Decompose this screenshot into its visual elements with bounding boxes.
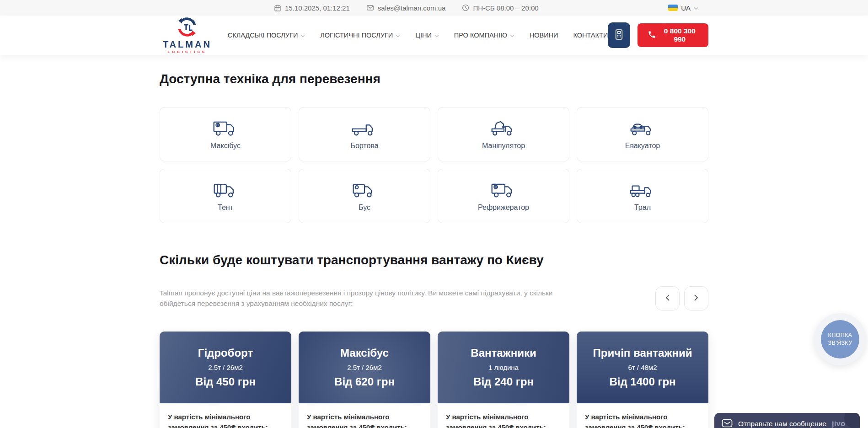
pricing-card-subtitle: 2.5т / 26м2 — [347, 364, 382, 371]
topbar-datetime: 15.10.2025, 01:12:21 — [274, 4, 350, 12]
topbar-info: 15.10.2025, 01:12:21 sales@talman.com.ua… — [274, 0, 539, 16]
pricing-card-title: Причіп вантажний — [593, 347, 692, 359]
chevron-down-icon — [510, 32, 514, 39]
nav-item-news[interactable]: НОВИНИ — [530, 32, 558, 39]
nav-item-logistics[interactable]: ЛОГІСТИЧНІ ПОСЛУГИ — [320, 32, 400, 39]
clock-icon — [462, 4, 469, 11]
site-header: TALMAN LOGISTICS СКЛАДСЬКІ ПОСЛУГИ ЛОГІС… — [0, 16, 868, 55]
tent-truck-icon — [212, 181, 239, 199]
pricing-card-hidrobort: Гідроборт 2.5т / 26м2 Від 450 грн У варт… — [160, 332, 291, 428]
logo-subtitle: LOGISTICS — [168, 50, 207, 54]
chat-envelope-icon — [722, 419, 733, 428]
vehicle-card-refrizherator[interactable]: Рефрижератор — [438, 169, 569, 223]
topbar-email[interactable]: sales@talman.com.ua — [366, 4, 446, 12]
vehicle-card-label: Рефрижератор — [478, 203, 529, 212]
chat-brand: jivo — [832, 420, 846, 428]
chevron-down-icon — [300, 32, 305, 39]
vehicle-card-tent[interactable]: Тент — [160, 169, 291, 223]
pricing-card-maksibus: Максібус 2.5т / 26м2 Від 620 грн У варті… — [299, 332, 430, 428]
language-selector[interactable]: UA — [668, 0, 698, 16]
logo-emblem-icon — [177, 17, 197, 39]
calendar-icon — [274, 4, 281, 12]
vehicle-card-label: Бус — [359, 203, 370, 212]
crane-truck-icon — [490, 119, 517, 137]
main-content: Доступна техніка для перевезення Максібу… — [160, 55, 708, 428]
pricing-card-note: У вартість мінімального замовлення за 45… — [168, 412, 283, 428]
carousel-arrows — [655, 286, 708, 310]
vehicle-card-label: Маніпулятор — [482, 142, 525, 150]
pricing-card-image: Вантажники 1 людина Від 240 грн — [438, 332, 569, 403]
chat-widget[interactable]: Отправьте нам сообщение jivo — [714, 413, 860, 428]
pricing-card-prychip: Причіп вантажний 6т / 48м2 Від 1400 грн … — [577, 332, 708, 428]
phone-icon — [648, 30, 656, 41]
flatbed-truck-icon — [351, 119, 378, 137]
vehicle-card-tral[interactable]: Трал — [577, 169, 708, 223]
pricing-grid: Гідроборт 2.5т / 26м2 Від 450 грн У варт… — [160, 332, 708, 428]
vehicle-card-bus[interactable]: Бус — [299, 169, 430, 223]
chevron-down-icon — [396, 32, 400, 39]
pricing-card-title: Вантажники — [471, 347, 536, 359]
pricing-card-note: У вартість мінімального замовлення за 45… — [446, 412, 561, 428]
vehicle-card-evakuator[interactable]: Евакуатор — [577, 107, 708, 161]
callback-label-line1: КНОПКА — [828, 332, 852, 339]
topbar-hours: ПН-СБ 08:00 – 20:00 — [462, 4, 538, 12]
lowloader-truck-icon — [629, 181, 656, 199]
pricing-description: Talman пропонує доступні ціни на вантажо… — [160, 288, 580, 309]
vehicle-card-label: Трал — [634, 203, 651, 212]
vehicle-card-manipulator[interactable]: Маніпулятор — [438, 107, 569, 161]
main-nav: СКЛАДСЬКІ ПОСЛУГИ ЛОГІСТИЧНІ ПОСЛУГИ ЦІН… — [228, 32, 608, 39]
pricing-card-vantazhnyky: Вантажники 1 людина Від 240 грн У вартіс… — [438, 332, 569, 428]
pricing-card-price: Від 450 грн — [195, 375, 256, 388]
vehicle-card-label: Максібус — [210, 142, 241, 150]
language-code: UA — [681, 4, 691, 12]
pricing-card-title: Максібус — [340, 347, 389, 359]
nav-item-warehouse[interactable]: СКЛАДСЬКІ ПОСЛУГИ — [228, 32, 305, 39]
pricing-card-subtitle: 6т / 48м2 — [628, 364, 657, 371]
phone-number: 0 800 300 990 — [661, 27, 698, 43]
chat-message: Отправьте нам сообщение — [738, 420, 826, 428]
pricing-card-image: Причіп вантажний 6т / 48м2 Від 1400 грн — [577, 332, 708, 403]
vehicle-card-bortova[interactable]: Бортова — [299, 107, 430, 161]
box-truck-icon — [212, 119, 239, 137]
logo-title: TALMAN — [163, 40, 212, 49]
vehicle-card-label: Тент — [218, 203, 233, 212]
pricing-title: Скільки буде коштувати транспортування в… — [160, 252, 708, 268]
pricing-card-note: У вартість мінімального замовлення за 45… — [585, 412, 700, 428]
pricing-card-image: Максібус 2.5т / 26м2 Від 620 грн — [299, 332, 430, 403]
pricing-card-note: У вартість мінімального замовлення за 45… — [307, 412, 422, 428]
van-icon — [351, 181, 378, 199]
envelope-icon — [366, 4, 374, 11]
chevron-down-icon — [434, 32, 439, 39]
logo[interactable]: TALMAN LOGISTICS — [160, 17, 215, 54]
calculator-icon — [613, 28, 625, 42]
ukraine-flag-icon — [668, 5, 678, 11]
nav-item-about[interactable]: ПРО КОМПАНІЮ — [454, 32, 514, 39]
vehicle-card-label: Евакуатор — [625, 142, 660, 150]
pricing-card-price: Від 1400 грн — [609, 375, 675, 388]
vehicles-grid: Максібус Бортова Маніпулятор — [160, 107, 708, 223]
fridge-truck-icon — [490, 181, 517, 199]
nav-item-prices[interactable]: ЦІНИ — [415, 32, 439, 39]
callback-button[interactable]: КНОПКА ЗВ'ЯЗКУ — [814, 313, 866, 365]
chevron-left-icon — [665, 294, 670, 302]
pricing-card-image: Гідроборт 2.5т / 26м2 Від 450 грн — [160, 332, 291, 403]
vehicles-title: Доступна техніка для перевезення — [160, 71, 708, 87]
pricing-card-title: Гідроборт — [198, 347, 253, 359]
chat-widget-circle — [844, 413, 860, 428]
calculator-button[interactable] — [608, 22, 630, 48]
tow-truck-icon — [629, 119, 656, 137]
phone-button[interactable]: 0 800 300 990 — [638, 23, 708, 47]
callback-label-line2: ЗВ'ЯЗКУ — [828, 339, 852, 347]
nav-item-contacts[interactable]: КОНТАКТИ — [573, 32, 608, 39]
pricing-card-subtitle: 2.5т / 26м2 — [208, 364, 243, 371]
pricing-card-price: Від 620 грн — [334, 375, 395, 388]
carousel-next-button[interactable] — [684, 286, 708, 310]
vehicle-card-label: Бортова — [350, 142, 378, 150]
vehicle-card-maksibus[interactable]: Максібус — [160, 107, 291, 161]
topbar: 15.10.2025, 01:12:21 sales@talman.com.ua… — [0, 0, 868, 16]
carousel-prev-button[interactable] — [655, 286, 680, 310]
chevron-right-icon — [694, 294, 698, 302]
chevron-down-icon — [694, 4, 698, 12]
pricing-card-subtitle: 1 людина — [488, 364, 519, 371]
pricing-card-price: Від 240 грн — [473, 375, 534, 388]
